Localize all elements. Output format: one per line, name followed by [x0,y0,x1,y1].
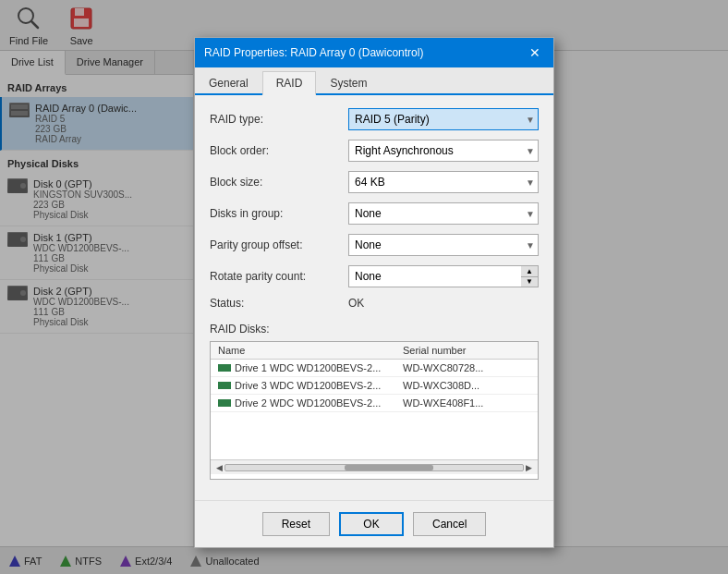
disk-scrollbar[interactable] [224,464,524,471]
block-order-row: Block order: Right Asynchronous ▼ [210,140,539,162]
block-size-select-wrapper: 64 KB ▼ [348,171,539,193]
modal-body: RAID type: RAID 5 (Parity) ▼ Block order… [195,95,553,493]
disks-in-group-row: Disks in group: None ▼ [210,202,539,225]
disk-list-row[interactable]: Drive 3 WDC WD1200BEVS-2... WD-WXC308D..… [211,377,538,395]
modal-footer: Reset OK Cancel [195,500,553,547]
block-size-label: Block size: [210,176,348,189]
disk-row-2-name: Drive 2 WDC WD1200BEVS-2... [218,397,403,409]
raid-properties-modal: RAID Properties: RAID Array 0 (Dawicontr… [194,37,554,548]
disks-in-group-label: Disks in group: [210,207,348,220]
modal-close-button[interactable]: ✕ [526,43,544,62]
modal-title: RAID Properties: RAID Array 0 (Dawicontr… [204,46,423,59]
col-name: Name [218,345,403,356]
block-order-label: Block order: [210,144,348,157]
disk-row-1-serial: WD-WXC308D... [403,380,479,391]
raid-disks-title: RAID Disks: [210,323,539,336]
disk-1-indicator [218,382,231,389]
rotate-parity-count-control: ▲ ▼ [348,265,539,287]
disks-in-group-select-wrapper: None ▼ [348,202,539,225]
status-row: Status: OK [210,297,539,310]
block-size-row: Block size: 64 KB ▼ [210,171,539,193]
spinner-buttons: ▲ ▼ [521,266,538,287]
ok-button[interactable]: OK [339,512,404,536]
modal-tabs: General RAID System [195,67,553,95]
scroll-left-arrow[interactable]: ◀ [214,463,224,472]
rotate-parity-count-input[interactable] [348,265,539,287]
rotate-parity-count-row: Rotate parity count: ▲ ▼ [210,265,539,287]
parity-group-offset-row: Parity group offset: None ▼ [210,234,539,256]
raid-type-row: RAID type: RAID 5 (Parity) ▼ [210,108,539,130]
raid-type-select[interactable]: RAID 5 (Parity) [348,108,539,130]
parity-group-offset-control: None ▼ [348,234,539,256]
status-form-value: OK [348,297,364,310]
disk-list-body: Drive 1 WDC WD1200BEVS-2... WD-WXC80728.… [211,360,538,459]
block-size-select[interactable]: 64 KB [348,171,539,193]
modal-overlay: RAID Properties: RAID Array 0 (Dawicontr… [0,0,728,574]
cancel-button[interactable]: Cancel [413,512,486,536]
rotate-parity-count-spinner-wrap: ▲ ▼ [348,265,539,287]
disk-row-0-serial: WD-WXC80728... [403,362,483,373]
col-serial: Serial number [403,345,466,356]
modal-tab-general[interactable]: General [195,71,262,95]
rotate-parity-count-label: Rotate parity count: [210,270,348,283]
modal-titlebar: RAID Properties: RAID Array 0 (Dawicontr… [195,38,553,67]
scroll-right-arrow[interactable]: ▶ [524,463,534,472]
raid-disks-section: RAID Disks: Name Serial number Drive 1 W… [210,323,539,480]
parity-group-offset-label: Parity group offset: [210,238,348,251]
disk-0-indicator [218,364,231,372]
modal-tab-raid[interactable]: RAID [262,71,317,95]
disks-in-group-select[interactable]: None [348,202,539,225]
disk-2-indicator [218,399,231,407]
raid-type-label: RAID type: [210,113,348,126]
disk-list-row[interactable]: Drive 2 WDC WD1200BEVS-2... WD-WXE408F1.… [211,395,538,412]
disk-list-header: Name Serial number [211,342,538,360]
block-size-control: 64 KB ▼ [348,171,539,193]
block-order-control: Right Asynchronous ▼ [348,140,539,162]
block-order-select[interactable]: Right Asynchronous [348,140,539,162]
reset-button[interactable]: Reset [262,512,330,536]
block-order-select-wrapper: Right Asynchronous ▼ [348,140,539,162]
disk-row-2-serial: WD-WXE408F1... [403,397,483,409]
disk-row-0-name: Drive 1 WDC WD1200BEVS-2... [218,362,403,373]
spinner-up-button[interactable]: ▲ [521,266,538,277]
disk-list-row[interactable]: Drive 1 WDC WD1200BEVS-2... WD-WXC80728.… [211,360,538,377]
status-form-label: Status: [210,297,348,310]
raid-type-select-wrapper: RAID 5 (Parity) ▼ [348,108,539,130]
disk-scrollbar-thumb [345,465,434,470]
app-background: Find File Save Drive List Drive Manager … [0,0,728,574]
spinner-down-button[interactable]: ▼ [521,277,538,287]
parity-group-offset-select-wrapper: None ▼ [348,234,539,256]
parity-group-offset-select[interactable]: None [348,234,539,256]
raid-type-control: RAID 5 (Parity) ▼ [348,108,539,130]
disks-in-group-control: None ▼ [348,202,539,225]
disk-list-container: Name Serial number Drive 1 WDC WD1200BEV… [210,341,539,480]
disk-scrollbar-wrap: ◀ ▶ [211,459,538,474]
disk-row-1-name: Drive 3 WDC WD1200BEVS-2... [218,380,403,391]
modal-tab-system[interactable]: System [316,71,381,95]
